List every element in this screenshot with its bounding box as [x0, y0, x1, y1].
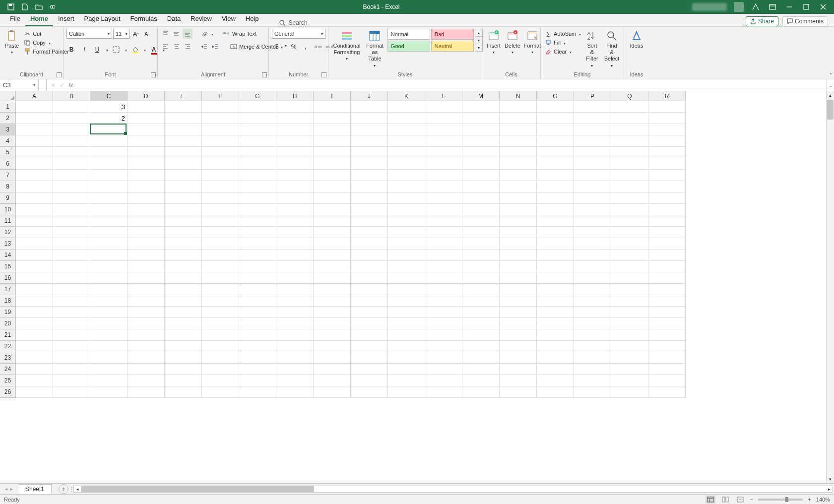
cell[interactable]	[500, 352, 537, 364]
cell[interactable]	[128, 147, 165, 158]
cell[interactable]	[128, 192, 165, 204]
cell[interactable]	[90, 181, 128, 192]
cell[interactable]	[462, 295, 500, 307]
ribbon-mode-icon[interactable]	[768, 2, 777, 12]
cell[interactable]	[165, 101, 202, 113]
new-sheet-button[interactable]: +	[59, 484, 68, 494]
cell[interactable]	[16, 204, 53, 215]
cell[interactable]	[165, 341, 202, 352]
increase-font-button[interactable]: A^	[131, 29, 141, 39]
cell[interactable]	[425, 135, 462, 147]
cell[interactable]	[53, 204, 90, 215]
column-header[interactable]: L	[425, 91, 462, 101]
scroll-up-button[interactable]: ▴	[827, 91, 834, 99]
cell[interactable]	[16, 250, 53, 261]
cell[interactable]	[165, 329, 202, 341]
select-all-corner[interactable]	[0, 91, 16, 101]
cell[interactable]	[574, 250, 611, 261]
cell[interactable]	[128, 215, 165, 227]
cell[interactable]	[239, 147, 276, 158]
number-dialog-launcher[interactable]	[321, 72, 326, 77]
cell[interactable]	[462, 170, 500, 181]
cell[interactable]	[314, 204, 351, 215]
cell[interactable]	[388, 192, 425, 204]
new-file-icon[interactable]	[21, 3, 29, 11]
column-header[interactable]: Q	[611, 91, 648, 101]
row-header[interactable]: 6	[0, 158, 16, 170]
cell[interactable]	[500, 295, 537, 307]
column-header[interactable]: I	[314, 91, 351, 101]
gallery-down[interactable]: ▾	[475, 37, 482, 44]
cell[interactable]	[574, 158, 611, 170]
wrap-text-button[interactable]: abWrap Text	[222, 30, 257, 38]
column-header[interactable]: B	[53, 91, 90, 101]
cell[interactable]	[53, 386, 90, 398]
cell[interactable]	[611, 101, 648, 113]
autosum-button[interactable]: ∑AutoSum	[544, 30, 582, 38]
tab-formulas[interactable]: Formulas	[126, 13, 162, 26]
cell[interactable]	[574, 192, 611, 204]
cell[interactable]	[462, 147, 500, 158]
cell[interactable]	[611, 192, 648, 204]
cell[interactable]	[239, 352, 276, 364]
font-color-button[interactable]: A	[149, 45, 159, 55]
cell[interactable]	[128, 113, 165, 124]
cell[interactable]	[16, 307, 53, 318]
cell[interactable]	[314, 181, 351, 192]
cell[interactable]	[128, 101, 165, 113]
cell[interactable]	[314, 261, 351, 272]
row-header[interactable]: 10	[0, 204, 16, 215]
row-header[interactable]: 23	[0, 352, 16, 364]
normal-view-button[interactable]	[706, 496, 715, 504]
cell[interactable]	[388, 124, 425, 135]
cell[interactable]	[90, 250, 128, 261]
cell[interactable]	[537, 352, 574, 364]
cell[interactable]	[276, 272, 314, 284]
cell[interactable]	[128, 364, 165, 375]
row-header[interactable]: 16	[0, 272, 16, 284]
cell[interactable]	[611, 170, 648, 181]
cell[interactable]	[128, 135, 165, 147]
row-header[interactable]: 8	[0, 181, 16, 192]
cell[interactable]	[202, 329, 239, 341]
formula-input[interactable]	[80, 79, 826, 91]
cell[interactable]	[425, 170, 462, 181]
cell[interactable]	[239, 386, 276, 398]
sort-filter-button[interactable]: AZ Sort & Filter▾	[584, 29, 600, 69]
cell[interactable]	[574, 318, 611, 329]
cell[interactable]	[648, 227, 686, 238]
delete-cells-button[interactable]: × Delete▾	[504, 29, 521, 56]
cell[interactable]	[165, 147, 202, 158]
cell[interactable]	[202, 386, 239, 398]
save-icon[interactable]	[7, 3, 15, 11]
cell[interactable]	[239, 170, 276, 181]
row-header[interactable]: 2	[0, 113, 16, 124]
cell[interactable]	[239, 295, 276, 307]
cell[interactable]	[128, 386, 165, 398]
cell[interactable]	[388, 147, 425, 158]
cell[interactable]	[239, 341, 276, 352]
cell[interactable]	[611, 135, 648, 147]
cell[interactable]	[202, 101, 239, 113]
cell[interactable]	[537, 261, 574, 272]
cell[interactable]	[90, 192, 128, 204]
cell[interactable]	[90, 375, 128, 386]
cell[interactable]	[388, 135, 425, 147]
cell[interactable]	[648, 352, 686, 364]
cell[interactable]	[537, 101, 574, 113]
underline-button[interactable]: U	[92, 45, 102, 55]
tab-file[interactable]: File	[5, 13, 25, 26]
row-header[interactable]: 7	[0, 170, 16, 181]
cell[interactable]	[239, 318, 276, 329]
cell[interactable]	[314, 158, 351, 170]
zoom-out-button[interactable]: −	[750, 497, 753, 503]
cell[interactable]	[314, 124, 351, 135]
cell[interactable]	[53, 147, 90, 158]
cell[interactable]	[314, 284, 351, 295]
cell[interactable]	[276, 204, 314, 215]
cell[interactable]	[611, 204, 648, 215]
align-left-button[interactable]	[161, 42, 171, 52]
cell[interactable]	[462, 227, 500, 238]
cell[interactable]	[314, 329, 351, 341]
cell[interactable]	[90, 124, 128, 135]
